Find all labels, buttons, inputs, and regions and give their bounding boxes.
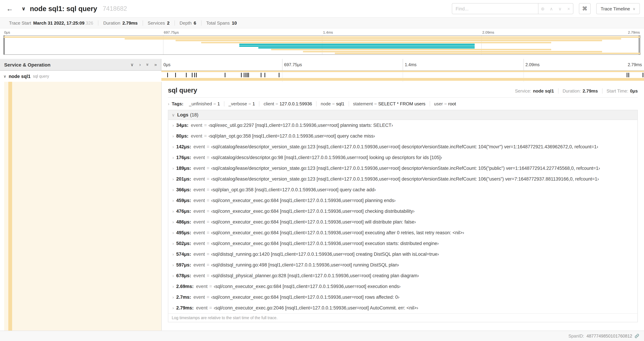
log-entry[interactable]: › 2.69ms: event = ‹sql/conn_executor_exe… [168, 281, 638, 292]
service-operation-header: Service & Operation ∨ › » » [0, 59, 161, 71]
span-id-value: 4877749850101760812 [586, 333, 632, 338]
span-row-label[interactable]: ∨ node sql1 sql query [0, 71, 161, 82]
detail-row-stripe [8, 82, 12, 330]
focus-match-icon[interactable]: ⊕ [538, 4, 547, 14]
trace-view-selector[interactable]: Trace Timeline ∨ [596, 3, 640, 14]
log-value: ‹sql/distsql_running.go:1420 [nsql1,clie… [211, 252, 439, 257]
log-value: ‹sql/catalog/lease/descriptor_version_st… [211, 176, 599, 182]
log-equals: = [202, 123, 208, 128]
chevron-right-icon: › [172, 177, 174, 182]
chevron-right-icon: › [172, 123, 174, 128]
log-entry[interactable]: › 459μs: event = ‹sql/conn_executor_exec… [168, 195, 638, 206]
log-value: ‹sql/conn_executor_exec.go:684 [nsql1,cl… [211, 241, 439, 246]
log-field-name: event [194, 219, 205, 225]
prev-match-icon[interactable]: ∧ [547, 4, 556, 14]
collapse-all-icon[interactable]: » [145, 63, 150, 66]
log-field-name: event [194, 262, 205, 267]
summary-item: Services2 [142, 20, 174, 26]
trace-view-label: Trace Timeline [601, 6, 630, 11]
log-timestamp: 486μs: [176, 219, 191, 225]
find-input[interactable] [452, 3, 538, 14]
log-equals: = [205, 219, 211, 225]
log-entry[interactable]: › 2.7ms: event = ‹sql/conn_executor_exec… [168, 292, 638, 302]
gridline [403, 59, 403, 70]
keyboard-shortcuts-button[interactable]: ⌘ [579, 3, 591, 14]
log-entry[interactable]: › 366μs: event = ‹sql/plan_opt.go:358 [n… [168, 184, 638, 195]
chevron-right-icon: › [172, 263, 174, 267]
ruler-label: 2.09ms [526, 62, 540, 67]
log-timestamp: 2.69ms: [176, 284, 194, 289]
span-detail-header: sql query Service:node sql1 Duration:2.7… [168, 85, 638, 98]
log-entry[interactable]: › 597μs: event = ‹sql/distsql_running.go… [168, 259, 638, 270]
summary-label: Duration [103, 20, 120, 26]
log-entry[interactable]: › 495μs: event = ‹sql/conn_executor_exec… [168, 227, 638, 238]
log-field-name: event [196, 284, 208, 289]
span-meta-value: 0μs [630, 88, 638, 94]
minimap-span-bar [201, 42, 551, 43]
deep-link-icon[interactable] [635, 334, 639, 338]
expand-all-icon[interactable]: » [154, 62, 157, 67]
log-entry[interactable]: › 176μs: event = ‹sql/catalog/descs/desc… [168, 152, 638, 163]
timeline-section: Service & Operation ∨ › » » 0μs 697.75μs… [0, 59, 644, 341]
log-entry[interactable]: › 201μs: event = ‹sql/catalog/lease/desc… [168, 174, 638, 184]
viewport-end-handle[interactable] [639, 36, 640, 54]
viewport-start-handle[interactable] [4, 36, 4, 54]
log-value: ‹sql/conn_executor_exec.go:684 [nsql1,cl… [211, 198, 396, 203]
span-row-timeline[interactable] [161, 71, 644, 82]
span-id-label: SpanID: [568, 333, 584, 338]
minimap-axis-label: 2.79ms [628, 30, 640, 34]
back-button[interactable]: ← [4, 3, 15, 14]
minimap-span-bar [239, 45, 475, 47]
log-entry[interactable]: › 34μs: event = ‹sql/exec_util.go:2297 [… [168, 120, 638, 131]
log-tick [628, 73, 629, 77]
log-entry[interactable]: › 486μs: event = ‹sql/conn_executor_exec… [168, 217, 638, 227]
collapse-span-icon[interactable]: ∨ [4, 74, 6, 79]
summary-value-suffix: .326 [84, 20, 93, 26]
logs-toggle-header[interactable]: ∨ Logs (18) [168, 110, 638, 120]
tag-key: client [264, 101, 274, 106]
chevron-right-icon: › [172, 306, 174, 310]
log-entry[interactable]: › 80μs: event = ‹sql/plan_opt.go:358 [ns… [168, 131, 638, 141]
clear-find-icon[interactable]: × [564, 4, 573, 14]
log-value: ‹sql/distsql_physical_planner.go:828 [ns… [211, 273, 419, 278]
log-tick [247, 73, 248, 77]
span-meta-label: Duration: [563, 88, 581, 94]
collapse-one-icon[interactable]: ∨ [130, 62, 134, 67]
minimap-canvas[interactable] [4, 35, 640, 55]
log-entry[interactable]: › 189μs: event = ‹sql/catalog/lease/desc… [168, 163, 638, 174]
collapse-trace-header-icon[interactable]: ∨ [22, 6, 26, 12]
log-equals: = [205, 155, 211, 160]
log-entry[interactable]: › 142μs: event = ‹sql/catalog/lease/desc… [168, 141, 638, 152]
log-tick [278, 73, 279, 77]
log-tick [186, 73, 186, 77]
log-entry[interactable]: › 574μs: event = ‹sql/distsql_running.go… [168, 249, 638, 259]
logs-section: ∨ Logs (18) › 34μs: event = ‹sql/ex [168, 110, 638, 322]
command-icon: ⌘ [582, 6, 588, 12]
log-value: ‹sql/conn_executor_exec.go:2046 [nsql1,c… [214, 305, 418, 310]
tag-value: sql1 [336, 101, 344, 106]
summary-label: Services [148, 20, 165, 26]
log-tick [196, 73, 197, 77]
minimap-axis-label: 697.75μs [164, 30, 179, 34]
log-value: ‹sql/conn_executor_exec.go:684 [nsql1,cl… [211, 209, 414, 214]
log-equals: = [205, 187, 211, 192]
next-match-icon[interactable]: ∨ [556, 4, 564, 14]
logs-list: › 34μs: event = ‹sql/exec_util.go:2297 [… [168, 120, 638, 313]
log-equals: = [205, 230, 211, 235]
log-entry[interactable]: › 678μs: event = ‹sql/distsql_physical_p… [168, 270, 638, 281]
minimap-span-bar [258, 47, 475, 49]
chevron-right-icon: › [172, 145, 174, 149]
span-meta-value: node sql1 [533, 88, 554, 94]
expand-one-icon[interactable]: › [139, 62, 141, 67]
log-field-name: event [194, 176, 205, 182]
log-tick [192, 73, 192, 77]
log-value: ‹sql/catalog/lease/descriptor_version_st… [211, 166, 600, 171]
log-entry[interactable]: › 476μs: event = ‹sql/conn_executor_exec… [168, 206, 638, 217]
log-entry[interactable]: › 502μs: event = ‹sql/conn_executor_exec… [168, 238, 638, 249]
span-meta-label: Service: [515, 88, 531, 94]
span-bar[interactable] [161, 78, 644, 81]
page-header: ← ∨ node sql1: sql query 7418682 ⊕ ∧ ∨ ×… [0, 0, 644, 17]
span-row[interactable]: ∨ node sql1 sql query [0, 71, 644, 82]
tags-toggle-row[interactable]: › Tags: _unfinished=1 _verbose=1 [168, 98, 638, 109]
log-entry[interactable]: › 2.79ms: event = ‹sql/conn_executor_exe… [168, 302, 638, 313]
